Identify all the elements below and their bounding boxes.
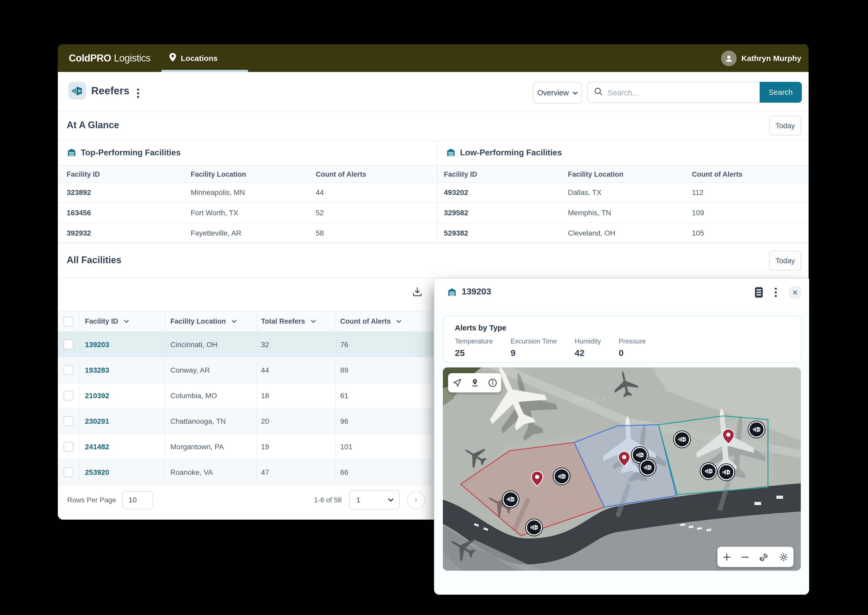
facility-id-link[interactable]: 193283 <box>85 357 109 382</box>
glance-table-row: 323892Minneapolis, MN44493202Dallas, TX1… <box>58 182 809 203</box>
row-checkbox[interactable] <box>64 365 73 375</box>
table-cell: 112 <box>692 182 704 202</box>
facility-location-cell: Chattanooga, TN <box>170 409 226 434</box>
avatar <box>721 50 737 66</box>
col-facility-id[interactable]: Facility ID <box>85 311 129 331</box>
reefers-icon: ❄ <box>68 82 86 100</box>
rows-per-page-label: Rows Per Page <box>67 496 116 504</box>
alert-stat: Excursion Time9 <box>511 337 557 359</box>
location-pin-icon <box>169 53 177 64</box>
warehouse-icon <box>446 147 456 158</box>
satellite-icon[interactable] <box>759 552 770 562</box>
row-checkbox[interactable] <box>64 442 73 452</box>
facility-id-link[interactable]: 241482 <box>85 434 109 459</box>
search-placeholder: Search... <box>608 88 639 97</box>
total-reefers-cell: 32 <box>261 332 269 357</box>
glance-today-button[interactable]: Today <box>769 116 801 136</box>
count-of-alerts-cell: 89 <box>340 357 348 382</box>
zoom-in-icon[interactable] <box>722 552 731 562</box>
select-all-checkbox[interactable] <box>64 316 73 326</box>
row-checkbox[interactable] <box>64 416 73 426</box>
rows-per-page-input[interactable]: 10 <box>122 491 153 509</box>
user-name: Kathryn Murphy <box>742 54 801 62</box>
navigate-icon[interactable] <box>452 378 462 388</box>
table-cell: 44 <box>316 182 324 202</box>
table-row[interactable]: 193283Conway, AR4489 <box>58 357 433 383</box>
all-facilities-title: All Facilities <box>67 255 122 266</box>
alert-stat: Temperature25 <box>455 337 493 359</box>
tab-locations[interactable]: Locations <box>162 44 225 72</box>
count-of-alerts-cell: 61 <box>340 383 348 408</box>
panel-kebab-menu[interactable] <box>771 284 780 300</box>
entity-kebab-menu[interactable] <box>134 86 142 101</box>
close-icon[interactable]: ✕ <box>788 286 802 299</box>
table-row[interactable]: 230291Chattanooga, TN2096 <box>58 409 433 434</box>
search-input[interactable]: Search... <box>587 82 760 103</box>
zoom-out-icon[interactable] <box>740 552 750 562</box>
glance-table-header: Facility ID Facility Location Count of A… <box>58 165 809 183</box>
row-checkbox[interactable] <box>64 340 73 350</box>
glance-tables-divider <box>437 140 438 242</box>
table-cell: 58 <box>316 223 324 243</box>
table-row[interactable]: 210392Columbia, MO1861 <box>58 383 433 409</box>
low-performing-title: Low-Performing Facilities <box>446 147 562 158</box>
download-icon[interactable] <box>406 281 429 302</box>
chevron-down-icon <box>396 320 402 323</box>
table-cell: 52 <box>316 202 324 223</box>
at-a-glance-title: At A Glance <box>67 120 119 131</box>
facility-id-cell: 163456 <box>67 202 91 223</box>
table-cell: Fayetteville, AR <box>191 223 242 243</box>
gear-icon[interactable] <box>779 552 789 562</box>
search-button[interactable]: Search <box>760 82 802 103</box>
stat-value: 9 <box>511 348 557 359</box>
panel-body: Alerts by Type Temperature25Excursion Ti… <box>435 306 809 595</box>
pagination-bar: Rows Per Page 10 1-6 of 58 1 › <box>58 480 433 520</box>
total-reefers-cell: 19 <box>261 434 269 459</box>
app-header: ColdPRO Logistics Locations Kathryn Murp… <box>58 44 809 72</box>
stat-label: Humidity <box>575 337 601 345</box>
all-facilities-today-button[interactable]: Today <box>769 251 801 270</box>
facility-id-link[interactable]: 210392 <box>85 383 109 408</box>
stat-value: 25 <box>455 348 493 359</box>
table-row[interactable]: 139203Cincinnati, OH3276 <box>58 332 433 357</box>
map-toolbar-top <box>448 373 501 392</box>
view-selector-value: Overview <box>538 89 569 97</box>
col-total-reefers[interactable]: Total Reefers <box>261 311 316 331</box>
stat-value: 0 <box>619 348 646 359</box>
pin-location-icon[interactable] <box>470 378 480 388</box>
zone-teal[interactable] <box>659 416 768 495</box>
chevron-down-icon <box>231 320 237 323</box>
chevron-down-icon <box>388 498 394 502</box>
view-selector[interactable]: Overview <box>533 82 582 104</box>
alerts-by-type-card: Alerts by Type Temperature25Excursion Ti… <box>443 316 802 363</box>
row-checkbox[interactable] <box>64 391 73 401</box>
chevron-down-icon <box>310 320 316 323</box>
alerts-by-type-title: Alerts by Type <box>455 324 506 332</box>
facility-location-cell: Cincinnati, OH <box>170 332 218 357</box>
user-menu[interactable]: Kathryn Murphy <box>721 44 801 72</box>
table-cell: 105 <box>692 223 704 243</box>
tab-locations-label: Locations <box>181 54 218 62</box>
facility-id-cell: 392932 <box>67 223 91 243</box>
map-toolbar-bottom <box>717 547 793 567</box>
facility-id-link[interactable]: 230291 <box>85 409 109 434</box>
data-table-icon[interactable] <box>754 287 763 298</box>
table-row[interactable]: 241482Morgantown, PA19101 <box>58 434 433 460</box>
table-cell: Fort Worth, TX <box>191 202 238 223</box>
count-of-alerts-cell: 76 <box>340 332 348 357</box>
stat-label: Pressure <box>619 337 646 345</box>
table-cell: Dallas, TX <box>568 182 602 202</box>
next-page-button[interactable]: › <box>407 491 425 509</box>
col-count-of-alerts[interactable]: Count of Alerts <box>340 311 402 331</box>
stat-label: Excursion Time <box>511 337 557 345</box>
facility-location-cell: Morgantown, PA <box>170 434 224 459</box>
row-checkbox[interactable] <box>64 467 73 477</box>
col-facility-location[interactable]: Facility Location <box>170 311 237 331</box>
page-selector[interactable]: 1 <box>349 490 400 510</box>
entity-toolbar: ❄ Reefers Overview Search... Search <box>58 72 809 111</box>
facility-map[interactable]: Google ❄❄❄❄❄❄❄❄❄ <box>443 367 801 571</box>
facility-id-link[interactable]: 139203 <box>85 332 109 357</box>
table-cell: Minneapolis, MN <box>191 182 245 202</box>
active-tab-underline <box>162 70 248 72</box>
info-icon[interactable] <box>488 378 497 388</box>
